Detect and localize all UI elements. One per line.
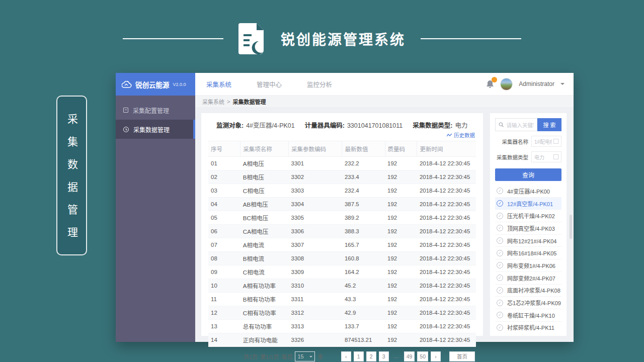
- page-button-49[interactable]: 49: [404, 351, 415, 361]
- per-page-unit: 条: [317, 352, 323, 360]
- device-item[interactable]: ✓衬浆碎浆机/4-PK11: [495, 322, 561, 333]
- check-circle-icon: ✓: [497, 250, 503, 256]
- nav-tab-manage-center[interactable]: 管理中心: [257, 79, 282, 89]
- table-cell: 874513.21: [342, 333, 385, 347]
- device-item[interactable]: ✓压光机干燥/4-PK02: [495, 210, 561, 222]
- notification-bell-icon[interactable]: [486, 79, 494, 88]
- user-name: Administrator: [519, 80, 554, 87]
- table-header-cell: 采集项名称: [240, 141, 289, 157]
- table-row[interactable]: 13总有功功率3313133.71922018-4-12 22:30:45: [208, 320, 476, 333]
- user-avatar[interactable]: [500, 78, 513, 90]
- page-button-1[interactable]: 1: [354, 351, 364, 361]
- data-type: 采集数据类型: 电力: [413, 120, 467, 130]
- table-cell: 3310: [289, 279, 342, 293]
- history-data-link[interactable]: 历史数据: [447, 131, 475, 139]
- table-row[interactable]: 10A相有功功率331045.21922018-4-12 22:30:45: [208, 279, 476, 293]
- device-item[interactable]: ✓网布16#18#/4-PK05: [495, 247, 561, 259]
- breadcrumb-parent[interactable]: 采集系统: [202, 98, 224, 106]
- collector-name-select[interactable]: 1#配电柜采集器: [531, 136, 561, 147]
- table-row[interactable]: 01A相电压3301232.21922018-4-12 22:30:45: [208, 157, 476, 170]
- nav-tab-collect-system[interactable]: 采集系统: [206, 79, 231, 89]
- cloud-icon: [122, 81, 132, 88]
- table-row[interactable]: 05BC相电压3305389.21922018-4-12 22:30:45: [208, 211, 476, 225]
- device-item[interactable]: ✓4#变压器/4-PK00: [495, 185, 561, 198]
- device-item-label: 网布变频1#/4-PK06: [507, 261, 555, 269]
- table-row[interactable]: 06CA相电压3306388.31922018-4-12 22:30:45: [208, 225, 476, 238]
- table-cell: 387.5: [342, 198, 385, 211]
- table-cell: C相有功功率: [240, 306, 289, 320]
- history-data-link-label: 历史数据: [454, 131, 475, 139]
- table-cell: 3312: [289, 306, 342, 320]
- device-item[interactable]: ✓芯1芯2冲浆泵/4-PK09: [495, 297, 561, 309]
- sidebar-item-collect-data[interactable]: 采集数据管理: [116, 120, 195, 139]
- table-cell: 192: [385, 198, 417, 211]
- table-cell: 2018-4-12 22:30:45: [417, 279, 476, 293]
- table-cell: AB相电压: [240, 198, 289, 211]
- collector-name-row: 采集器名称 1#配电柜采集器: [495, 136, 561, 147]
- table-row[interactable]: 08B相电流3308160.81922018-4-12 22:30:45: [208, 252, 476, 265]
- table-cell: 10: [208, 279, 240, 293]
- scrollbar-thumb[interactable]: [570, 215, 572, 239]
- table-cell: 3301: [289, 157, 342, 170]
- table-row[interactable]: 02B相电压3302233.41922018-4-12 22:30:45: [208, 170, 476, 184]
- nav-tab-monitor-analysis[interactable]: 监控分析: [307, 79, 332, 89]
- table-cell: 233.4: [342, 170, 385, 184]
- device-item[interactable]: ✓顶网真空泵/4-PK03: [495, 222, 561, 235]
- table-cell: A相电压: [240, 157, 289, 170]
- page-button-50[interactable]: 50: [417, 351, 428, 361]
- collect-type-select[interactable]: 电力: [531, 151, 561, 162]
- vertical-section-tab-label: 采集数据管理: [64, 114, 79, 249]
- device-item[interactable]: ✓12#真空泵/4-PK01: [495, 198, 561, 210]
- meter-code-label: 计量器具编码:: [305, 120, 345, 130]
- search-button[interactable]: 搜 索: [537, 118, 561, 131]
- query-button[interactable]: 查询: [495, 168, 561, 181]
- table-header-cell: 序号: [208, 141, 240, 157]
- first-page-button[interactable]: 首页: [449, 351, 475, 361]
- monitor-object: 监测对象: 4#变压器/4-PK01: [216, 120, 295, 130]
- table-cell: 09: [208, 265, 240, 279]
- table-cell: 总有功功率: [240, 320, 289, 333]
- table-row[interactable]: 14正向有功电能3326874513.211922018-4-12 22:30:…: [208, 333, 476, 347]
- sidebar-logo-version: V2.0.0: [173, 82, 186, 87]
- table-cell: 388.3: [342, 225, 385, 238]
- prev-page-button[interactable]: ‹: [341, 351, 351, 361]
- table-cell: 2018-4-12 22:30:45: [417, 211, 476, 225]
- table-row[interactable]: 12C相有功功率331242.91922018-4-12 22:30:45: [208, 306, 476, 320]
- sidebar-menu: 采集配置管理 采集数据管理: [116, 101, 195, 139]
- search-input[interactable]: 请输入关键字: [495, 118, 537, 131]
- monitor-info-row: 监测对象: 4#变压器/4-PK01 计量器具编码: 3301041701081…: [208, 117, 476, 130]
- table-cell: 192: [385, 238, 417, 252]
- document-logo-icon: [238, 23, 266, 54]
- device-item[interactable]: ✓网布变频1#/4-PK06: [495, 259, 561, 272]
- table-row[interactable]: 03C相电压3303232.41922018-4-12 22:30:45: [208, 184, 476, 198]
- collect-type-row: 采集数据类型 电力: [495, 151, 561, 162]
- device-item[interactable]: ✓底面衬冲浆泵/4-PK08: [495, 285, 561, 297]
- device-item-label: 网布12#21#/4-PK04: [507, 237, 556, 245]
- app-topbar: 采集系统 管理中心 监控分析 Administrator: [195, 73, 574, 96]
- device-item-label: 芯1芯2冲浆泵/4-PK09: [507, 299, 561, 307]
- per-page-select[interactable]: 15: [295, 351, 315, 361]
- page-button-2[interactable]: 2: [366, 351, 376, 361]
- next-page-button[interactable]: ›: [431, 351, 441, 361]
- device-item[interactable]: ✓卷纸缸干燥/4-PK10: [495, 309, 561, 322]
- table-cell: 192: [385, 265, 417, 279]
- table-cell: 07: [208, 238, 240, 252]
- meter-code-value: 3301041701081011: [347, 122, 403, 129]
- table-row[interactable]: 09C相电流3309164.21922018-4-12 22:30:45: [208, 265, 476, 279]
- page-title: 锐创能源管理系统: [281, 29, 406, 49]
- sidebar-item-collect-config[interactable]: 采集配置管理: [116, 101, 195, 120]
- table-cell: 192: [385, 333, 417, 347]
- sidebar-logo: 锐创云能源 V2.0.0: [116, 73, 195, 96]
- table-cell: 2018-4-12 22:30:45: [417, 293, 476, 306]
- chevron-down-icon[interactable]: [560, 83, 565, 87]
- device-item[interactable]: ✓网部变频2#/4-PK07: [495, 272, 561, 285]
- page-button-3[interactable]: 3: [379, 351, 389, 361]
- table-row[interactable]: 04AB相电压3304387.51922018-4-12 22:30:45: [208, 198, 476, 211]
- filter-panel: 请输入关键字 搜 索 采集器名称 1#配电柜采集器 采集数据类型 电力: [490, 113, 567, 336]
- table-row[interactable]: 07A相电流3307165.71922018-4-12 22:30:45: [208, 238, 476, 252]
- topbar-right: Administrator: [486, 78, 565, 90]
- table-row[interactable]: 11B相有功功率331143.31922018-4-12 22:30:45: [208, 293, 476, 306]
- notification-badge: [492, 77, 497, 82]
- table-cell: 2018-4-12 22:30:45: [417, 306, 476, 320]
- device-item[interactable]: ✓网布12#21#/4-PK04: [495, 235, 561, 247]
